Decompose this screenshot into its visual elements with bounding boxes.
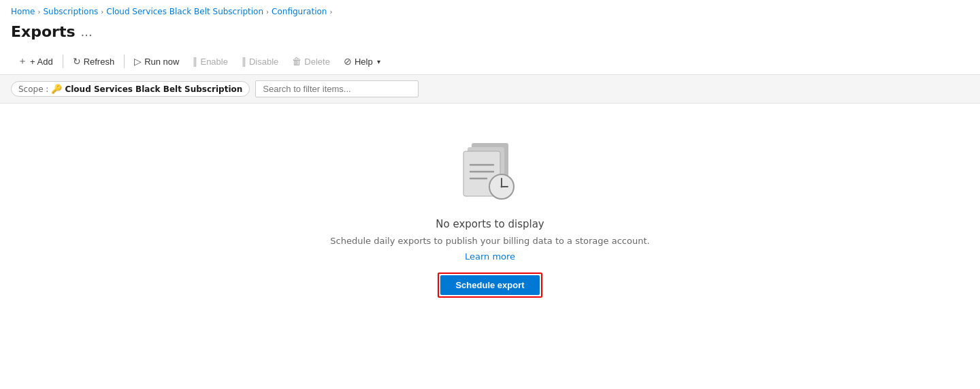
scope-name: Cloud Services Black Belt Subscription [65,84,242,94]
empty-state-icon [453,131,527,206]
enable-icon: ‖ [193,56,197,67]
scope-label: Scope : [18,84,48,94]
toolbar-separator-1 [63,55,63,68]
disable-icon: ‖ [242,56,246,67]
breadcrumb-subscription-name[interactable]: Cloud Services Black Belt Subscription [106,7,263,16]
learn-more-link[interactable]: Learn more [465,251,515,262]
empty-description: Schedule daily exports to publish your b… [330,236,649,246]
add-button[interactable]: ＋ + Add [11,52,60,70]
empty-state: No exports to display Schedule daily exp… [0,104,980,339]
add-icon: ＋ [18,55,27,67]
breadcrumb-subscriptions[interactable]: Subscriptions [43,7,98,16]
enable-button[interactable]: ‖ Enable [186,53,234,69]
filter-bar: Scope : 🔑 Cloud Services Black Belt Subs… [0,75,980,104]
toolbar: ＋ + Add ↻ Refresh ▷ Run now ‖ Enable ‖ D… [0,48,980,75]
delete-label: Delete [304,57,330,67]
help-chevron-icon: ▾ [377,58,380,65]
breadcrumb-sep-3: › [266,8,269,16]
breadcrumb-configuration[interactable]: Configuration [272,7,327,16]
help-icon: ⊘ [344,56,352,67]
run-now-label: Run now [144,57,179,67]
breadcrumb-home[interactable]: Home [11,7,35,16]
schedule-export-button[interactable]: Schedule export [440,275,539,295]
page-header: Exports ... [0,20,980,48]
enable-label: Enable [200,57,227,67]
run-now-icon: ▷ [134,56,142,67]
refresh-icon: ↻ [73,56,81,67]
breadcrumb-sep-4: › [329,8,332,16]
page-more-button[interactable]: ... [81,25,93,39]
search-input[interactable] [255,80,419,97]
breadcrumb: Home › Subscriptions › Cloud Services Bl… [0,0,980,20]
toolbar-separator-2 [124,55,125,68]
empty-title: No exports to display [436,218,544,230]
help-button[interactable]: ⊘ Help ▾ [337,53,387,69]
disable-button[interactable]: ‖ Disable [235,53,285,69]
help-label: Help [355,57,373,67]
scope-icon: 🔑 [51,84,62,94]
run-now-button[interactable]: ▷ Run now [127,53,186,69]
scope-pill[interactable]: Scope : 🔑 Cloud Services Black Belt Subs… [11,81,250,97]
delete-button[interactable]: 🗑 Delete [285,53,337,69]
add-label: + Add [30,57,53,67]
schedule-export-button-wrap: Schedule export [438,273,542,298]
delete-icon: 🗑 [292,56,301,67]
page-title: Exports [11,23,76,40]
breadcrumb-sep-1: › [37,8,40,16]
disable-label: Disable [249,57,278,67]
breadcrumb-sep-2: › [101,8,103,16]
refresh-label: Refresh [84,57,115,67]
refresh-button[interactable]: ↻ Refresh [66,53,122,69]
